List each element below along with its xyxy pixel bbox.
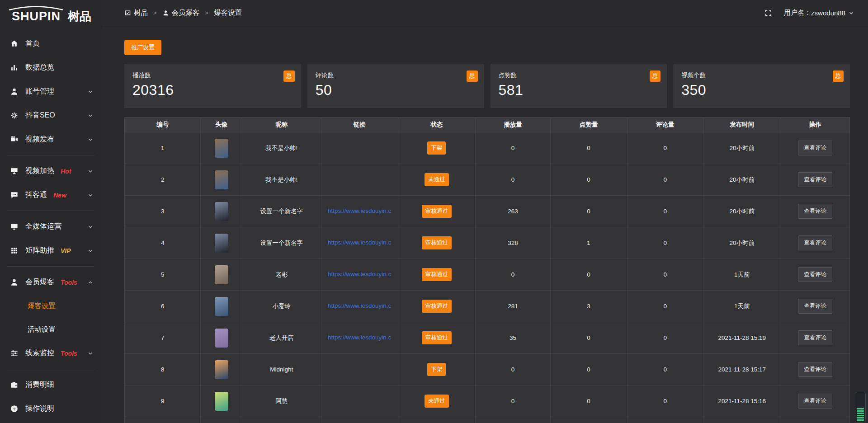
cell-status: 审核通过: [398, 227, 476, 259]
floating-widget[interactable]: [855, 392, 866, 423]
promotion-settings-button[interactable]: 推广设置: [124, 40, 161, 55]
view-comments-button[interactable]: 查看评论: [798, 267, 832, 282]
sidebar-subitem[interactable]: 爆客设置: [0, 294, 102, 318]
chevron-down-icon: [87, 192, 94, 198]
column-header: 链接: [321, 118, 398, 132]
videos-table: 编号头像昵称链接状态播放量点赞量评论量发布时间操作 1我不是小帅!下架00020…: [124, 117, 850, 423]
column-header: 昵称: [242, 118, 321, 132]
breadcrumb-item: 爆客设置: [214, 8, 242, 18]
breadcrumb-label: 爆客设置: [214, 8, 242, 18]
sidebar-item[interactable]: 抖音SEO: [0, 103, 102, 127]
sidebar-item-badge: VIP: [61, 247, 71, 254]
cell-link: https://www.iesdouyin.c: [321, 322, 398, 354]
stat-card-value: 50: [316, 82, 477, 99]
member-icon: [10, 278, 19, 287]
breadcrumb-separator: >: [205, 9, 209, 16]
sidebar-item[interactable]: 消费明细: [0, 373, 102, 397]
sidebar-item[interactable]: 矩阵助推VIP: [0, 239, 102, 263]
fullscreen-icon[interactable]: [764, 9, 772, 17]
view-comments-button[interactable]: 查看评论: [798, 204, 832, 219]
cell-avatar: [201, 322, 242, 354]
video-link[interactable]: https://www.iesdouyin.c: [328, 271, 391, 277]
stat-card-total-badge: 总: [467, 70, 478, 82]
cell-comments: 0: [627, 196, 703, 227]
video-link[interactable]: https://www.iesdouyin.c: [328, 302, 391, 309]
cell-avatar: [201, 385, 242, 417]
user-icon: [10, 87, 19, 96]
sidebar-item-label: 抖音SEO: [25, 111, 55, 120]
column-header: 编号: [125, 118, 201, 132]
status-badge: 审核通过: [422, 268, 452, 281]
cell-nickname: 老彬: [242, 259, 321, 291]
breadcrumb-item[interactable]: 树品: [124, 8, 148, 18]
sidebar-item[interactable]: ?操作说明: [0, 397, 102, 421]
cell-status: 审核通过: [398, 259, 476, 291]
sidebar-item-label: 账号管理: [25, 87, 54, 96]
sidebar-item-label: 抖客通: [25, 190, 47, 200]
sidebar-item-label: 会员爆客: [25, 277, 54, 287]
svg-text:?: ?: [13, 406, 15, 411]
sidebar-item[interactable]: 视频加热Hot: [0, 159, 102, 183]
sidebar-item-badge: Tools: [61, 279, 77, 286]
cell-nickname: 设置一个新名字: [242, 196, 321, 227]
breadcrumb-separator: >: [153, 9, 157, 16]
cell-action: 查看评论: [781, 132, 849, 164]
cell-nickname: 我不是小帅!: [242, 164, 321, 196]
view-comments-button[interactable]: 查看评论: [798, 330, 832, 345]
stat-card-total-badge: 总: [283, 70, 295, 82]
cell-likes: [550, 417, 627, 423]
cell-likes: 1: [550, 227, 627, 259]
sliders-icon: [10, 349, 19, 357]
sidebar-item[interactable]: 首页: [0, 32, 102, 56]
avatar: [215, 329, 228, 348]
sidebar-item[interactable]: 会员爆客Tools: [0, 270, 102, 294]
cell-comments: 0: [627, 354, 703, 385]
view-comments-button[interactable]: 查看评论: [798, 299, 832, 314]
avatar: [215, 265, 228, 284]
cell-link: https://www.iesdouyin.c: [321, 196, 398, 227]
sidebar-item-badge: Hot: [61, 168, 71, 175]
cell-likes: 0: [550, 259, 627, 291]
cell-status: [398, 417, 476, 423]
sidebar-item[interactable]: 线索监控Tools: [0, 341, 102, 365]
sidebar-item-label: 操作说明: [25, 404, 54, 414]
cell-link: [321, 354, 398, 385]
sidebar-nav: 首页数据总览账号管理抖音SEO视频发布视频加热Hot抖客通New全媒体运营矩阵助…: [0, 32, 102, 421]
view-comments-button[interactable]: 查看评论: [798, 172, 832, 187]
sidebar: SHUPIN 树品 首页数据总览账号管理抖音SEO视频发布视频加热Hot抖客通N…: [0, 0, 102, 423]
sidebar-item[interactable]: 全媒体运营: [0, 215, 102, 239]
stat-card: 视频个数350总: [673, 64, 850, 108]
cell-link: https://www.iesdouyin.c: [321, 259, 398, 291]
cell-avatar: [201, 196, 242, 227]
view-comments-button[interactable]: 查看评论: [798, 141, 832, 155]
view-comments-button[interactable]: 查看评论: [798, 235, 832, 250]
breadcrumb-item[interactable]: 会员爆客: [162, 8, 200, 18]
video-link[interactable]: https://www.iesdouyin.c: [328, 207, 391, 214]
cell-comments: 0: [627, 164, 703, 196]
cell-nickname: Midnight: [242, 354, 321, 385]
status-badge: 审核通过: [422, 236, 452, 249]
sidebar-item[interactable]: 账号管理: [0, 80, 102, 103]
sidebar-divider: [7, 211, 94, 211]
cell-comments: 0: [627, 322, 703, 354]
table-body: 1我不是小帅!下架00020小时前查看评论2我不是小帅!未通过00020小时前查…: [125, 132, 850, 423]
cell-nickname: 设置一个新名字: [242, 227, 321, 259]
view-comments-button[interactable]: 查看评论: [798, 362, 832, 377]
view-comments-button[interactable]: 查看评论: [798, 394, 832, 409]
user-menu[interactable]: 用户名：zswodun88: [784, 9, 854, 17]
sidebar-subitem[interactable]: 活动设置: [0, 318, 102, 341]
cell-time: 1天前: [703, 259, 781, 291]
cell-time: 20小时前: [703, 164, 781, 196]
sidebar-item[interactable]: 数据总览: [0, 56, 102, 80]
cell-plays: 281: [476, 291, 550, 322]
cell-action: 查看评论: [781, 354, 849, 385]
cell-nickname: [242, 417, 321, 423]
video-link[interactable]: https://www.iesdouyin.c: [328, 239, 391, 246]
column-header: 播放量: [476, 118, 550, 132]
cell-nickname: 老人开店: [242, 322, 321, 354]
cell-time: 20小时前: [703, 227, 781, 259]
sidebar-item[interactable]: 抖客通New: [0, 183, 102, 207]
table-row: 9阿慧未通过0002021-11-28 15:16查看评论: [125, 385, 850, 417]
video-link[interactable]: https://www.iesdouyin.c: [328, 334, 391, 341]
sidebar-item[interactable]: 视频发布: [0, 127, 102, 151]
